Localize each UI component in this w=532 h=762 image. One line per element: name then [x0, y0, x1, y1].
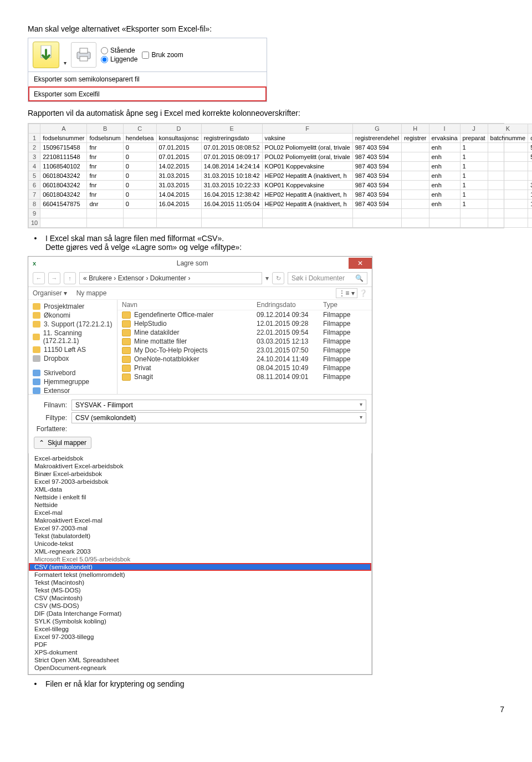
- folder-icon: [122, 329, 131, 336]
- filetype-option[interactable]: OpenDocument-regneark: [29, 664, 371, 672]
- filetype-option[interactable]: Excel-mal: [29, 509, 371, 516]
- data-cell: 1: [460, 171, 488, 181]
- export-semicolon-option[interactable]: Eksporter som semikolonseparert fil: [28, 72, 267, 86]
- data-cell: [488, 190, 528, 200]
- filetype-dropdown[interactable]: Excel-arbeidsbokMakroaktivert Excel-arbe…: [28, 453, 372, 674]
- data-cell: 66041547875: [40, 200, 87, 209]
- column-header-name[interactable]: Navn: [122, 301, 257, 309]
- filetype-option[interactable]: PDF: [29, 641, 371, 648]
- filetype-option[interactable]: Formatert tekst (mellomromdelt): [29, 571, 371, 579]
- organise-menu[interactable]: Organiser ▾: [33, 289, 67, 297]
- filetype-option[interactable]: Tekst (Macintosh): [29, 579, 371, 586]
- radio-liggende[interactable]: Liggende: [101, 55, 137, 63]
- data-cell: [402, 143, 429, 152]
- data-cell: [488, 200, 528, 209]
- column-header-date[interactable]: Endringsdato: [257, 301, 323, 309]
- data-cell: 987 403 594: [352, 143, 402, 152]
- sidebar-item[interactable]: Skrivebord: [28, 369, 117, 377]
- checkbox-input[interactable]: [142, 52, 149, 59]
- data-cell: 31.03.2015: [156, 171, 201, 181]
- filetype-option[interactable]: XML-data: [29, 485, 371, 493]
- file-row[interactable]: Snagit08.11.2014 09:01Filmappe: [117, 372, 372, 381]
- filetype-option[interactable]: XML-regneark 2003: [29, 548, 371, 555]
- filetype-option[interactable]: Nettside: [29, 501, 371, 509]
- filetype-option[interactable]: Strict Open XML Spreadsheet: [29, 656, 371, 664]
- filetype-option[interactable]: Makroaktivert Excel-mal: [29, 516, 371, 524]
- folder-icon: [33, 334, 40, 340]
- col-header: K: [488, 124, 528, 134]
- data-cell: 31.03.2015 10:22:33: [201, 181, 262, 190]
- filetype-option[interactable]: Binær Excel-arbeidsbok: [29, 470, 371, 478]
- sidebar-item[interactable]: 11. Scanning (172.21.2.1): [28, 329, 117, 345]
- filename-input[interactable]: SYSVAK - Filimport ▾: [71, 400, 366, 411]
- data-cell: [460, 218, 488, 228]
- filetype-option[interactable]: Excel 97-2003-arbeidsbok: [29, 478, 371, 485]
- sidebar-item[interactable]: Dropbox: [28, 354, 117, 363]
- printer-icon: [71, 42, 96, 68]
- sidebar-item[interactable]: [28, 363, 117, 369]
- sidebar-item[interactable]: Hjemmegruppe: [28, 377, 117, 386]
- view-icon[interactable]: ⋮≡ ▾: [336, 288, 357, 298]
- column-header-type[interactable]: Type: [323, 301, 367, 309]
- bullet-icon: •: [28, 679, 38, 688]
- file-date: 08.04.2015 10:49: [257, 364, 323, 372]
- folder-tree[interactable]: ProsjektmalerØkonomi3. Support (172.21.2…: [28, 300, 117, 394]
- filetype-option[interactable]: CSV (Macintosh): [29, 594, 371, 602]
- sidebar-item[interactable]: 11150 Løft AS: [28, 345, 117, 354]
- sidebar-item[interactable]: Extensor: [28, 386, 117, 394]
- filetype-option[interactable]: Makroaktivert Excel-arbeidsbok: [29, 462, 371, 470]
- nav-forward-button[interactable]: →: [48, 272, 60, 284]
- file-type: Filmappe: [323, 373, 367, 381]
- sidebar-item[interactable]: 3. Support (172.21.2.1): [28, 320, 117, 329]
- paragraph: Man skal velge alternativet «Eksporter s…: [28, 24, 504, 33]
- filetype-option[interactable]: XPS-dokument: [29, 648, 371, 656]
- file-row[interactable]: Egendefinerte Office-maler09.12.2014 09:…: [117, 310, 372, 319]
- file-row[interactable]: Privat08.04.2015 10:49Filmappe: [117, 364, 372, 372]
- refresh-button[interactable]: ↻: [272, 272, 284, 284]
- filetype-option[interactable]: Excel 97-2003-mal: [29, 524, 371, 532]
- data-cell: [262, 209, 352, 218]
- filetype-option[interactable]: Unicode-tekst: [29, 540, 371, 548]
- export-excel-option[interactable]: Eksporter som Excelfil: [28, 86, 267, 101]
- radio-input[interactable]: [101, 47, 108, 54]
- checkbox-bruk-zoom[interactable]: Bruk zoom: [142, 51, 183, 59]
- hide-folders-button[interactable]: ⌃ Skjul mapper: [34, 437, 91, 449]
- filetype-option[interactable]: CSV (semikolondelt): [29, 563, 371, 571]
- new-folder-button[interactable]: Ny mappe: [76, 289, 107, 297]
- sidebar-label: 11150 Løft AS: [44, 346, 86, 354]
- filetype-option[interactable]: Microsoft Excel 5.0/95-arbeidsbok: [29, 555, 371, 563]
- file-row[interactable]: My Doc-To-Help Projects23.01.2015 07:50F…: [117, 346, 372, 355]
- filetype-option[interactable]: Nettside i enkelt fil: [29, 493, 371, 501]
- filetype-option[interactable]: SYLK (Symbolsk kobling): [29, 617, 371, 625]
- sidebar-item[interactable]: Økonomi: [28, 311, 117, 320]
- data-cell: 987 403 594: [352, 171, 402, 181]
- filetype-option[interactable]: Excel 97-2003-tillegg: [29, 633, 371, 641]
- file-row[interactable]: HelpStudio12.01.2015 09:28Filmappe: [117, 319, 372, 328]
- filetype-option[interactable]: Excel-tillegg: [29, 625, 371, 633]
- sidebar-label: 3. Support (172.21.2.1): [44, 320, 112, 328]
- filetype-option[interactable]: DIF (Data Interchange Format): [29, 610, 371, 617]
- bullet-text: I Excel skal man så lagre filen med filf…: [45, 234, 242, 243]
- data-cell: enh: [429, 200, 460, 209]
- filetype-option[interactable]: CSV (MS-DOS): [29, 602, 371, 610]
- filetype-select[interactable]: CSV (semikolondelt) ▾: [71, 412, 366, 423]
- close-button[interactable]: ✕: [349, 258, 372, 269]
- filetype-option[interactable]: Tekst (tabulatordelt): [29, 532, 371, 540]
- search-input[interactable]: Søk i Dokumenter 🔍: [288, 272, 367, 284]
- file-row[interactable]: OneNote-notatblokker24.10.2014 11:49Film…: [117, 355, 372, 364]
- data-cell: [488, 152, 528, 162]
- data-cell: HEP02 Hepatitt A (inaktivert, h: [262, 190, 352, 200]
- radio-staende[interactable]: Stående: [101, 47, 137, 54]
- file-row[interactable]: Mine mottatte filer03.03.2015 12:13Filma…: [117, 337, 372, 346]
- data-cell: 0: [123, 152, 156, 162]
- breadcrumb[interactable]: « Brukere › Extensor › Dokumenter ›: [79, 272, 262, 284]
- filetype-option[interactable]: Excel-arbeidsbok: [29, 454, 371, 462]
- file-row[interactable]: Mine datakilder22.01.2015 09:54Filmappe: [117, 328, 372, 337]
- nav-up-button[interactable]: ↑: [64, 272, 76, 284]
- sidebar-item[interactable]: Prosjektmaler: [28, 302, 117, 311]
- help-icon[interactable]: ❔: [359, 289, 367, 297]
- data-cell: [488, 218, 528, 228]
- radio-input[interactable]: [101, 56, 108, 63]
- filetype-option[interactable]: Tekst (MS-DOS): [29, 586, 371, 594]
- nav-back-button[interactable]: ←: [33, 272, 45, 284]
